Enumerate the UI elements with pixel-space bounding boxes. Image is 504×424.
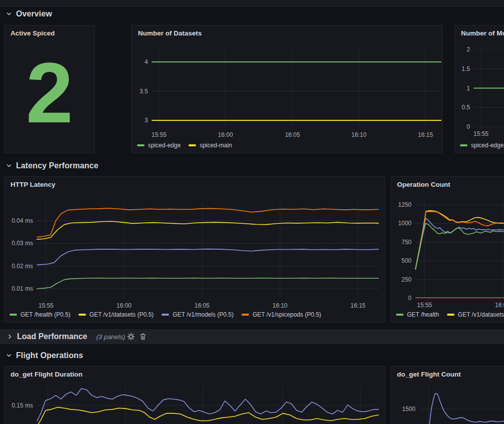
svg-text:1250: 1250 bbox=[398, 201, 412, 208]
panel-do-get-flight-duration: do_get Flight Duration 0.15 ms bbox=[4, 366, 385, 424]
svg-text:0: 0 bbox=[408, 295, 412, 302]
svg-text:1000: 1000 bbox=[398, 220, 412, 227]
section-title: Latency Performance bbox=[16, 161, 98, 170]
legend-item[interactable]: GET /health (P0.5) bbox=[10, 311, 70, 318]
series-color-swatch bbox=[242, 314, 249, 316]
panel-title[interactable]: Number of Datasets bbox=[138, 29, 438, 37]
svg-text:0.15 ms: 0.15 ms bbox=[12, 402, 33, 409]
legend-label: GET /v1/models (P0.5) bbox=[172, 311, 234, 318]
svg-text:15:55: 15:55 bbox=[417, 302, 432, 309]
panel-title[interactable]: do_get Flight Count bbox=[397, 371, 504, 378]
legend-label: spiced-edge bbox=[148, 142, 180, 149]
svg-text:4: 4 bbox=[144, 58, 148, 65]
svg-text:1500: 1500 bbox=[402, 406, 416, 413]
time-series-chart[interactable]: 00.511.5215:55 bbox=[455, 25, 504, 153]
grafana-dashboard: { "colors":{ "background":"#111217","top… bbox=[0, 0, 504, 424]
legend-item[interactable]: GET /health bbox=[396, 311, 439, 318]
series-color-swatch bbox=[78, 314, 86, 316]
legend-item[interactable]: spiced-edge bbox=[137, 142, 180, 149]
legend-label: GET /health bbox=[407, 311, 439, 318]
section-header-overview[interactable]: Overview bbox=[6, 8, 52, 19]
delete-button[interactable] bbox=[137, 331, 149, 343]
legend-label: GET /v1/spicepods (P0.5) bbox=[252, 311, 321, 318]
settings-button[interactable] bbox=[125, 331, 137, 343]
time-series-chart[interactable]: 33.5415:5516:0016:0516:1016:15 bbox=[132, 25, 442, 153]
time-series-chart[interactable]: 02505007501000125015:5516:00 bbox=[391, 177, 504, 322]
svg-text:0.5: 0.5 bbox=[462, 104, 470, 111]
svg-text:0.03 ms: 0.03 ms bbox=[12, 240, 33, 247]
svg-text:1.5: 1.5 bbox=[462, 65, 470, 72]
stat-value: 2 bbox=[4, 25, 94, 153]
panel-count-note: (3 panels) bbox=[96, 333, 125, 341]
legend-item[interactable]: GET /v1/datasets (P0.5) bbox=[78, 311, 154, 318]
time-series-chart[interactable]: 0.01 ms0.02 ms0.03 ms0.04 ms15:5516:0016… bbox=[4, 177, 384, 322]
svg-text:15:55: 15:55 bbox=[38, 302, 54, 309]
legend-item[interactable]: GET /v1/datasets bbox=[447, 311, 504, 318]
chart-legend: spiced-edge bbox=[460, 142, 504, 149]
section-header-latency-performance[interactable]: Latency Performance bbox=[6, 160, 98, 171]
legend-label: GET /v1/datasets (P0.5) bbox=[90, 311, 154, 318]
legend-item[interactable]: GET /v1/spicepods (P0.5) bbox=[242, 311, 321, 318]
svg-text:16:10: 16:10 bbox=[272, 302, 288, 309]
panel-number-of-datasets: Number of Datasets 33.5415:5516:0016:051… bbox=[132, 25, 442, 153]
series-color-swatch bbox=[188, 144, 196, 146]
chevron-right-icon bbox=[7, 334, 13, 340]
chart-legend: GET /health (P0.5)GET /v1/datasets (P0.5… bbox=[10, 311, 321, 318]
chart-legend: GET /healthGET /v1/datasets bbox=[396, 311, 504, 318]
panel-title[interactable]: do_get Flight Duration bbox=[10, 371, 380, 378]
svg-text:1: 1 bbox=[466, 85, 470, 92]
chevron-down-icon bbox=[6, 353, 12, 359]
panel-http-latency: HTTP Latency 0.01 ms0.02 ms0.03 ms0.04 m… bbox=[4, 176, 385, 323]
panel-title[interactable]: Operation Count bbox=[397, 181, 504, 188]
panel-operation-count: Operation Count 02505007501000125015:551… bbox=[390, 176, 504, 323]
legend-item[interactable]: spiced-edge bbox=[460, 142, 504, 149]
gear-icon bbox=[127, 333, 135, 341]
svg-text:3.5: 3.5 bbox=[140, 88, 148, 95]
series-color-swatch bbox=[447, 314, 454, 316]
legend-label: spiced-edge bbox=[471, 142, 504, 149]
panel-do-get-flight-count: do_get Flight Count 1500 bbox=[390, 366, 504, 424]
svg-text:15:55: 15:55 bbox=[474, 130, 488, 137]
section-title: Overview bbox=[16, 9, 52, 18]
trash-icon bbox=[139, 333, 147, 341]
panel-number-of-models: Number of Models 00.511.5215:55 spiced-e… bbox=[454, 25, 504, 153]
panel-title[interactable]: Number of Models bbox=[461, 29, 504, 37]
svg-text:16:00: 16:00 bbox=[116, 302, 132, 309]
svg-text:16:05: 16:05 bbox=[194, 302, 210, 309]
chevron-down-icon bbox=[6, 163, 12, 169]
svg-text:0: 0 bbox=[466, 123, 470, 130]
svg-text:16:00: 16:00 bbox=[218, 131, 233, 138]
svg-text:2: 2 bbox=[466, 46, 470, 53]
section-header-load-performance[interactable]: Load Performance (3 panels) bbox=[0, 329, 504, 344]
series-color-swatch bbox=[10, 314, 17, 316]
section-header-flight-operations[interactable]: Flight Operations bbox=[6, 350, 83, 361]
svg-text:0.01 ms: 0.01 ms bbox=[12, 285, 33, 292]
svg-text:16:05: 16:05 bbox=[285, 131, 300, 138]
chevron-down-icon bbox=[6, 11, 12, 17]
svg-text:0.02 ms: 0.02 ms bbox=[12, 263, 33, 270]
legend-label: GET /health (P0.5) bbox=[20, 311, 70, 318]
svg-text:500: 500 bbox=[402, 257, 412, 264]
svg-text:16:10: 16:10 bbox=[352, 131, 366, 138]
chart-legend: spiced-edgespiced-main bbox=[137, 142, 232, 149]
series-color-swatch bbox=[162, 314, 169, 316]
series-color-swatch bbox=[137, 144, 144, 146]
series-color-swatch bbox=[396, 314, 404, 316]
panel-title[interactable]: HTTP Latency bbox=[10, 181, 380, 188]
svg-text:16:15: 16:15 bbox=[418, 131, 433, 138]
toolbar-strip bbox=[0, 0, 504, 7]
series-color-swatch bbox=[460, 144, 468, 146]
svg-text:16:00: 16:00 bbox=[495, 302, 504, 309]
legend-label: GET /v1/datasets bbox=[458, 311, 504, 318]
legend-item[interactable]: GET /v1/models (P0.5) bbox=[162, 311, 234, 318]
svg-text:750: 750 bbox=[402, 239, 412, 246]
svg-text:250: 250 bbox=[402, 276, 412, 283]
svg-text:0.04 ms: 0.04 ms bbox=[12, 217, 33, 224]
svg-text:3: 3 bbox=[144, 117, 148, 124]
legend-item[interactable]: spiced-main bbox=[188, 142, 232, 149]
svg-text:15:55: 15:55 bbox=[152, 131, 166, 138]
legend-label: spiced-main bbox=[200, 142, 232, 149]
section-title: Load Performance bbox=[17, 332, 87, 341]
panel-title[interactable]: Active Spiced bbox=[10, 29, 90, 37]
section-title: Flight Operations bbox=[16, 351, 83, 360]
